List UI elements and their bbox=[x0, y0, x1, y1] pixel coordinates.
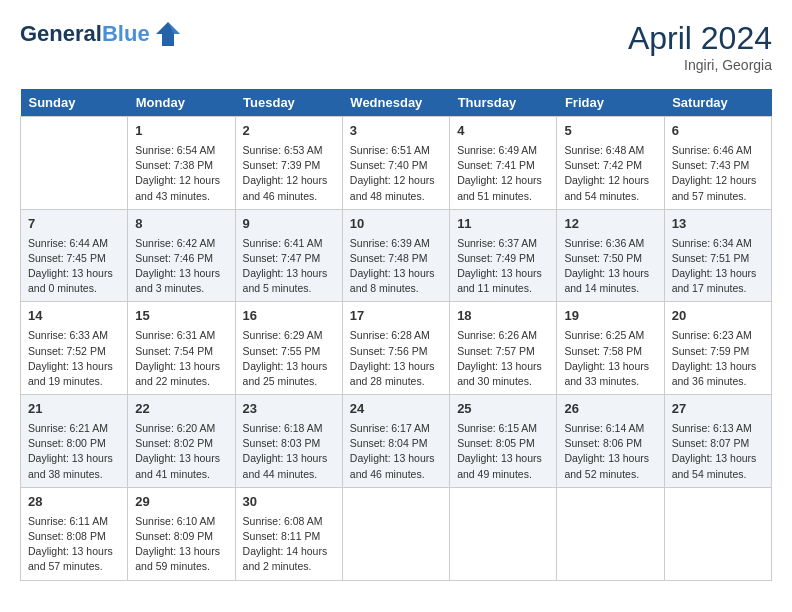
calendar-week-row: 14Sunrise: 6:33 AM Sunset: 7:52 PM Dayli… bbox=[21, 302, 772, 395]
day-number: 11 bbox=[457, 215, 549, 234]
day-info: Sunrise: 6:08 AM Sunset: 8:11 PM Dayligh… bbox=[243, 514, 335, 575]
day-info: Sunrise: 6:29 AM Sunset: 7:55 PM Dayligh… bbox=[243, 328, 335, 389]
day-info: Sunrise: 6:20 AM Sunset: 8:02 PM Dayligh… bbox=[135, 421, 227, 482]
calendar-cell: 18Sunrise: 6:26 AM Sunset: 7:57 PM Dayli… bbox=[450, 302, 557, 395]
day-number: 10 bbox=[350, 215, 442, 234]
day-number: 6 bbox=[672, 122, 764, 141]
day-info: Sunrise: 6:28 AM Sunset: 7:56 PM Dayligh… bbox=[350, 328, 442, 389]
calendar-cell bbox=[450, 487, 557, 580]
calendar-cell: 9Sunrise: 6:41 AM Sunset: 7:47 PM Daylig… bbox=[235, 209, 342, 302]
day-info: Sunrise: 6:48 AM Sunset: 7:42 PM Dayligh… bbox=[564, 143, 656, 204]
day-info: Sunrise: 6:26 AM Sunset: 7:57 PM Dayligh… bbox=[457, 328, 549, 389]
day-number: 13 bbox=[672, 215, 764, 234]
calendar-cell: 25Sunrise: 6:15 AM Sunset: 8:05 PM Dayli… bbox=[450, 395, 557, 488]
calendar-cell bbox=[342, 487, 449, 580]
calendar-cell: 7Sunrise: 6:44 AM Sunset: 7:45 PM Daylig… bbox=[21, 209, 128, 302]
calendar-week-row: 1Sunrise: 6:54 AM Sunset: 7:38 PM Daylig… bbox=[21, 117, 772, 210]
calendar-header-row: SundayMondayTuesdayWednesdayThursdayFrid… bbox=[21, 89, 772, 117]
day-number: 5 bbox=[564, 122, 656, 141]
calendar-week-row: 21Sunrise: 6:21 AM Sunset: 8:00 PM Dayli… bbox=[21, 395, 772, 488]
day-info: Sunrise: 6:53 AM Sunset: 7:39 PM Dayligh… bbox=[243, 143, 335, 204]
day-info: Sunrise: 6:14 AM Sunset: 8:06 PM Dayligh… bbox=[564, 421, 656, 482]
day-info: Sunrise: 6:41 AM Sunset: 7:47 PM Dayligh… bbox=[243, 236, 335, 297]
day-number: 7 bbox=[28, 215, 120, 234]
day-number: 2 bbox=[243, 122, 335, 141]
calendar-cell: 28Sunrise: 6:11 AM Sunset: 8:08 PM Dayli… bbox=[21, 487, 128, 580]
day-info: Sunrise: 6:37 AM Sunset: 7:49 PM Dayligh… bbox=[457, 236, 549, 297]
header-tuesday: Tuesday bbox=[235, 89, 342, 117]
calendar-cell: 2Sunrise: 6:53 AM Sunset: 7:39 PM Daylig… bbox=[235, 117, 342, 210]
day-number: 23 bbox=[243, 400, 335, 419]
day-info: Sunrise: 6:44 AM Sunset: 7:45 PM Dayligh… bbox=[28, 236, 120, 297]
calendar-cell bbox=[557, 487, 664, 580]
day-number: 20 bbox=[672, 307, 764, 326]
day-number: 29 bbox=[135, 493, 227, 512]
calendar-cell: 11Sunrise: 6:37 AM Sunset: 7:49 PM Dayli… bbox=[450, 209, 557, 302]
calendar-cell: 16Sunrise: 6:29 AM Sunset: 7:55 PM Dayli… bbox=[235, 302, 342, 395]
day-info: Sunrise: 6:42 AM Sunset: 7:46 PM Dayligh… bbox=[135, 236, 227, 297]
calendar-cell: 30Sunrise: 6:08 AM Sunset: 8:11 PM Dayli… bbox=[235, 487, 342, 580]
day-info: Sunrise: 6:13 AM Sunset: 8:07 PM Dayligh… bbox=[672, 421, 764, 482]
day-number: 15 bbox=[135, 307, 227, 326]
month-title: April 2024 bbox=[628, 20, 772, 57]
header-monday: Monday bbox=[128, 89, 235, 117]
day-info: Sunrise: 6:54 AM Sunset: 7:38 PM Dayligh… bbox=[135, 143, 227, 204]
calendar-cell: 17Sunrise: 6:28 AM Sunset: 7:56 PM Dayli… bbox=[342, 302, 449, 395]
calendar-cell bbox=[664, 487, 771, 580]
day-number: 3 bbox=[350, 122, 442, 141]
calendar-cell: 26Sunrise: 6:14 AM Sunset: 8:06 PM Dayli… bbox=[557, 395, 664, 488]
day-info: Sunrise: 6:34 AM Sunset: 7:51 PM Dayligh… bbox=[672, 236, 764, 297]
day-info: Sunrise: 6:10 AM Sunset: 8:09 PM Dayligh… bbox=[135, 514, 227, 575]
day-info: Sunrise: 6:51 AM Sunset: 7:40 PM Dayligh… bbox=[350, 143, 442, 204]
day-number: 27 bbox=[672, 400, 764, 419]
day-number: 4 bbox=[457, 122, 549, 141]
calendar-cell: 10Sunrise: 6:39 AM Sunset: 7:48 PM Dayli… bbox=[342, 209, 449, 302]
calendar-cell: 5Sunrise: 6:48 AM Sunset: 7:42 PM Daylig… bbox=[557, 117, 664, 210]
day-number: 12 bbox=[564, 215, 656, 234]
header-friday: Friday bbox=[557, 89, 664, 117]
calendar-cell bbox=[21, 117, 128, 210]
day-info: Sunrise: 6:39 AM Sunset: 7:48 PM Dayligh… bbox=[350, 236, 442, 297]
calendar-cell: 27Sunrise: 6:13 AM Sunset: 8:07 PM Dayli… bbox=[664, 395, 771, 488]
header-sunday: Sunday bbox=[21, 89, 128, 117]
calendar-cell: 15Sunrise: 6:31 AM Sunset: 7:54 PM Dayli… bbox=[128, 302, 235, 395]
calendar-cell: 20Sunrise: 6:23 AM Sunset: 7:59 PM Dayli… bbox=[664, 302, 771, 395]
day-number: 26 bbox=[564, 400, 656, 419]
day-number: 19 bbox=[564, 307, 656, 326]
calendar-cell: 22Sunrise: 6:20 AM Sunset: 8:02 PM Dayli… bbox=[128, 395, 235, 488]
day-info: Sunrise: 6:17 AM Sunset: 8:04 PM Dayligh… bbox=[350, 421, 442, 482]
day-info: Sunrise: 6:46 AM Sunset: 7:43 PM Dayligh… bbox=[672, 143, 764, 204]
day-number: 28 bbox=[28, 493, 120, 512]
day-info: Sunrise: 6:23 AM Sunset: 7:59 PM Dayligh… bbox=[672, 328, 764, 389]
calendar-cell: 8Sunrise: 6:42 AM Sunset: 7:46 PM Daylig… bbox=[128, 209, 235, 302]
calendar-cell: 19Sunrise: 6:25 AM Sunset: 7:58 PM Dayli… bbox=[557, 302, 664, 395]
day-number: 8 bbox=[135, 215, 227, 234]
day-info: Sunrise: 6:15 AM Sunset: 8:05 PM Dayligh… bbox=[457, 421, 549, 482]
header-saturday: Saturday bbox=[664, 89, 771, 117]
calendar-week-row: 7Sunrise: 6:44 AM Sunset: 7:45 PM Daylig… bbox=[21, 209, 772, 302]
day-number: 30 bbox=[243, 493, 335, 512]
calendar-cell: 14Sunrise: 6:33 AM Sunset: 7:52 PM Dayli… bbox=[21, 302, 128, 395]
calendar-cell: 24Sunrise: 6:17 AM Sunset: 8:04 PM Dayli… bbox=[342, 395, 449, 488]
calendar-cell: 1Sunrise: 6:54 AM Sunset: 7:38 PM Daylig… bbox=[128, 117, 235, 210]
calendar-cell: 12Sunrise: 6:36 AM Sunset: 7:50 PM Dayli… bbox=[557, 209, 664, 302]
day-info: Sunrise: 6:21 AM Sunset: 8:00 PM Dayligh… bbox=[28, 421, 120, 482]
calendar-cell: 3Sunrise: 6:51 AM Sunset: 7:40 PM Daylig… bbox=[342, 117, 449, 210]
calendar-cell: 29Sunrise: 6:10 AM Sunset: 8:09 PM Dayli… bbox=[128, 487, 235, 580]
day-info: Sunrise: 6:18 AM Sunset: 8:03 PM Dayligh… bbox=[243, 421, 335, 482]
day-info: Sunrise: 6:49 AM Sunset: 7:41 PM Dayligh… bbox=[457, 143, 549, 204]
day-number: 14 bbox=[28, 307, 120, 326]
day-number: 24 bbox=[350, 400, 442, 419]
calendar-cell: 6Sunrise: 6:46 AM Sunset: 7:43 PM Daylig… bbox=[664, 117, 771, 210]
day-number: 18 bbox=[457, 307, 549, 326]
title-block: April 2024 Ingiri, Georgia bbox=[628, 20, 772, 73]
logo-icon bbox=[154, 20, 182, 48]
calendar-week-row: 28Sunrise: 6:11 AM Sunset: 8:08 PM Dayli… bbox=[21, 487, 772, 580]
day-info: Sunrise: 6:36 AM Sunset: 7:50 PM Dayligh… bbox=[564, 236, 656, 297]
header-thursday: Thursday bbox=[450, 89, 557, 117]
calendar-cell: 13Sunrise: 6:34 AM Sunset: 7:51 PM Dayli… bbox=[664, 209, 771, 302]
day-number: 22 bbox=[135, 400, 227, 419]
day-number: 25 bbox=[457, 400, 549, 419]
day-number: 17 bbox=[350, 307, 442, 326]
day-number: 9 bbox=[243, 215, 335, 234]
